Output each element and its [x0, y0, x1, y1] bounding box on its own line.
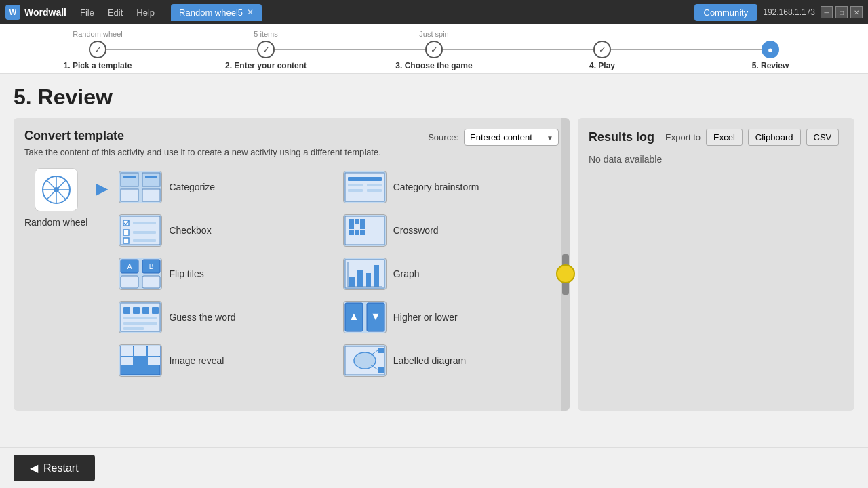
no-data-message: No data available	[589, 154, 844, 165]
template-crossword[interactable]: Crossword	[340, 211, 559, 249]
category-brainstorm-thumb	[343, 171, 387, 203]
svg-text:A: A	[127, 263, 132, 270]
svg-rect-13	[348, 177, 382, 181]
step-1-circle[interactable]: ✓	[89, 41, 106, 58]
svg-rect-51	[133, 307, 140, 314]
template-flip-tiles[interactable]: A B Flip tiles	[116, 255, 334, 293]
svg-rect-44	[357, 270, 363, 287]
svg-rect-70	[378, 348, 384, 353]
svg-rect-55	[123, 322, 157, 325]
graph-thumb	[343, 258, 387, 290]
active-tab[interactable]: Random wheel5 ✕	[171, 4, 262, 21]
svg-rect-16	[367, 184, 382, 186]
export-label: Export to	[665, 132, 701, 142]
svg-rect-10	[123, 176, 136, 178]
svg-rect-64	[148, 346, 160, 356]
template-labelled-diagram[interactable]: Labelled diagram	[340, 342, 559, 380]
svg-text:▲: ▲	[349, 310, 359, 322]
step-1-subtitle: Random wheel	[73, 30, 122, 38]
step-5-circle[interactable]: ●	[762, 41, 779, 58]
step-5: ● 5. Review	[686, 30, 854, 70]
ip-display: 192.168.1.173	[763, 7, 815, 17]
restart-button[interactable]: ◀ Restart	[14, 455, 95, 481]
template-guess-word[interactable]: Guess the word	[116, 298, 334, 336]
svg-rect-11	[145, 176, 157, 178]
svg-rect-56	[123, 327, 144, 330]
restart-icon: ◀	[30, 462, 38, 474]
labelled-diagram-thumb	[343, 344, 387, 377]
arrow-right-icon: ▶	[96, 179, 108, 198]
menu-edit[interactable]: Edit	[102, 5, 128, 20]
svg-rect-28	[349, 219, 354, 224]
source-select[interactable]: Entered content	[464, 129, 559, 146]
flip-tiles-label: Flip tiles	[169, 268, 203, 279]
menu-file[interactable]: File	[75, 5, 100, 20]
image-reveal-label: Image reveal	[169, 355, 224, 366]
svg-text:▼: ▼	[370, 310, 381, 322]
step-2-subtitle: 5 items	[254, 30, 277, 38]
tab-close-icon[interactable]: ✕	[247, 7, 254, 17]
source-template-item: Random wheel	[24, 168, 87, 228]
app-logo: W Wordwall	[5, 5, 66, 20]
svg-point-5	[54, 187, 59, 192]
svg-rect-62	[121, 346, 133, 356]
svg-rect-38	[121, 276, 138, 288]
export-csv-button[interactable]: CSV	[806, 129, 840, 146]
svg-rect-35	[360, 224, 365, 229]
categorize-label: Categorize	[169, 182, 215, 192]
svg-rect-45	[366, 273, 371, 287]
convert-panel: Convert template Take the content of thi…	[14, 118, 570, 411]
menu-help[interactable]: Help	[131, 5, 160, 20]
tab-label: Random wheel5	[179, 7, 243, 18]
svg-text:B: B	[149, 263, 154, 270]
svg-rect-39	[142, 276, 160, 288]
step-4-circle[interactable]: ✓	[593, 41, 611, 58]
svg-rect-72	[378, 367, 384, 373]
template-higher-lower[interactable]: ▲ ▼ Higher or lower	[340, 298, 559, 336]
page-content: 5. Review Convert template Take the cont…	[0, 74, 868, 426]
template-graph[interactable]: Graph	[340, 255, 559, 293]
maximize-button[interactable]: □	[835, 6, 848, 18]
template-image-reveal[interactable]: Image reveal	[116, 342, 334, 380]
svg-rect-24	[133, 231, 156, 234]
category-brainstorm-label: Category brainstorm	[393, 182, 479, 192]
templates-grid-wrapper[interactable]: Categorize	[116, 168, 559, 380]
flip-tiles-thumb: A B	[119, 258, 162, 290]
svg-rect-43	[349, 277, 355, 287]
svg-rect-52	[142, 307, 149, 314]
step-1-label: 1. Pick a template	[64, 61, 132, 70]
svg-rect-66	[148, 357, 160, 365]
community-button[interactable]: Community	[694, 4, 758, 21]
step-3-circle[interactable]: ✓	[425, 41, 443, 58]
app-logo-icon: W	[5, 5, 20, 20]
step-3-label: 3. Choose the game	[395, 61, 472, 70]
checkbox-label: Checkbox	[169, 225, 211, 236]
close-button[interactable]: ✕	[850, 6, 863, 18]
export-excel-button[interactable]: Excel	[706, 129, 743, 146]
minimize-button[interactable]: ─	[821, 6, 833, 18]
svg-rect-14	[348, 184, 363, 186]
svg-rect-54	[123, 317, 157, 319]
scrollbar[interactable]	[561, 118, 570, 411]
graph-label: Graph	[393, 268, 420, 279]
step-4: ✓ 4. Play	[518, 30, 686, 70]
step-4-subtitle	[601, 30, 603, 38]
template-categorize[interactable]: Categorize	[116, 168, 334, 206]
step-2-circle[interactable]: ✓	[257, 41, 275, 58]
svg-rect-25	[123, 238, 129, 243]
scroll-thumb[interactable]	[562, 254, 569, 295]
template-content: Random wheel ▶	[24, 168, 559, 380]
templates-grid: Categorize	[116, 168, 559, 380]
template-category-brainstorm[interactable]: Category brainstorm	[340, 168, 559, 206]
step-3: Just spin ✓ 3. Choose the game	[350, 30, 518, 70]
results-title: Results log	[589, 130, 654, 144]
svg-rect-26	[133, 239, 156, 242]
svg-rect-33	[355, 230, 359, 235]
export-clipboard-button[interactable]: Clipboard	[748, 129, 801, 146]
template-checkbox[interactable]: Checkbox	[116, 211, 334, 249]
results-header: Results log Export to Excel Clipboard CS…	[589, 129, 844, 146]
svg-rect-15	[348, 189, 363, 192]
svg-rect-53	[152, 307, 159, 314]
svg-rect-50	[123, 307, 130, 314]
source-select-wrapper: Entered content ▼	[464, 129, 559, 146]
